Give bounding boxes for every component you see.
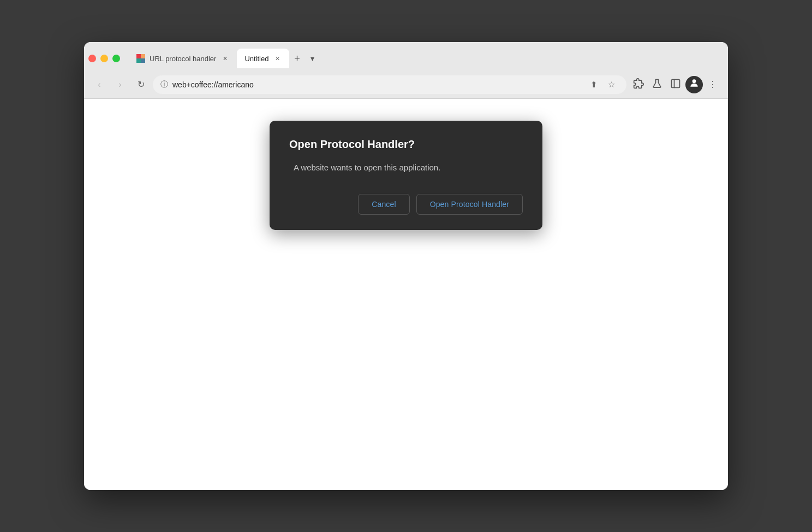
bookmark-button[interactable]: ☆ — [604, 77, 619, 92]
sidebar-icon — [670, 78, 681, 91]
svg-rect-0 — [136, 54, 141, 58]
tab-untitled[interactable]: Untitled ✕ — [237, 49, 289, 68]
reload-button[interactable]: ↻ — [132, 76, 150, 93]
tab-bar: URL protocol handler ✕ Untitled ✕ + ▾ — [84, 42, 728, 70]
dialog-title: Open Protocol Handler? — [289, 138, 523, 151]
new-tab-icon: + — [294, 53, 300, 64]
dialog-message: A website wants to open this application… — [289, 162, 523, 174]
forward-icon: › — [118, 80, 121, 90]
protocol-handler-dialog: Open Protocol Handler? A website wants t… — [270, 121, 542, 230]
profile-button[interactable] — [685, 76, 703, 93]
share-icon: ⬆ — [590, 80, 598, 90]
tab-2-label: Untitled — [244, 55, 268, 63]
tab-favicon-1 — [136, 54, 145, 63]
share-button[interactable]: ⬆ — [586, 77, 601, 92]
new-tab-button[interactable]: + — [289, 51, 304, 66]
sidebar-button[interactable] — [667, 76, 684, 93]
address-bar-container[interactable]: ⓘ ⬆ ☆ — [153, 75, 626, 94]
tab-2-close-icon[interactable]: ✕ — [273, 54, 282, 63]
info-icon: ⓘ — [160, 80, 168, 90]
open-protocol-handler-button[interactable]: Open Protocol Handler — [416, 194, 523, 215]
tab-1-label: URL protocol handler — [150, 55, 216, 63]
more-button[interactable]: ⋮ — [704, 76, 721, 93]
dialog-overlay: Open Protocol Handler? A website wants t… — [84, 99, 728, 490]
nav-bar: ‹ › ↻ ⓘ ⬆ ☆ — [84, 70, 728, 99]
svg-rect-2 — [136, 58, 141, 63]
back-button[interactable]: ‹ — [91, 76, 108, 93]
window-controls — [88, 55, 120, 62]
svg-rect-3 — [141, 58, 145, 63]
forward-button[interactable]: › — [111, 76, 129, 93]
bookmark-icon: ☆ — [608, 80, 615, 90]
more-icon: ⋮ — [708, 79, 717, 90]
svg-point-6 — [692, 79, 696, 83]
extensions-icon — [633, 78, 644, 91]
browser-window: URL protocol handler ✕ Untitled ✕ + ▾ ‹ — [84, 42, 728, 490]
address-input[interactable] — [172, 80, 582, 89]
tab-url-protocol-handler[interactable]: URL protocol handler ✕ — [129, 49, 237, 68]
tab-dropdown-icon: ▾ — [311, 54, 314, 63]
tab-dropdown-button[interactable]: ▾ — [304, 51, 320, 66]
reload-icon: ↻ — [138, 79, 145, 90]
labs-icon — [652, 78, 662, 91]
maximize-button[interactable] — [112, 55, 120, 62]
close-button[interactable] — [88, 55, 96, 62]
content-area: Open Protocol Handler? A website wants t… — [84, 99, 728, 490]
dialog-buttons: Cancel Open Protocol Handler — [289, 194, 523, 215]
extensions-button[interactable] — [630, 76, 647, 93]
tab-1-close-icon[interactable]: ✕ — [220, 54, 229, 63]
svg-rect-1 — [141, 54, 145, 58]
title-bar: URL protocol handler ✕ Untitled ✕ + ▾ ‹ — [84, 42, 728, 99]
profile-icon — [689, 78, 700, 91]
toolbar-actions: ⋮ — [630, 76, 721, 93]
back-icon: ‹ — [98, 80, 100, 90]
address-actions: ⬆ ☆ — [586, 77, 619, 92]
svg-rect-4 — [672, 79, 680, 87]
labs-button[interactable] — [648, 76, 666, 93]
cancel-button[interactable]: Cancel — [358, 194, 409, 215]
minimize-button[interactable] — [100, 55, 108, 62]
